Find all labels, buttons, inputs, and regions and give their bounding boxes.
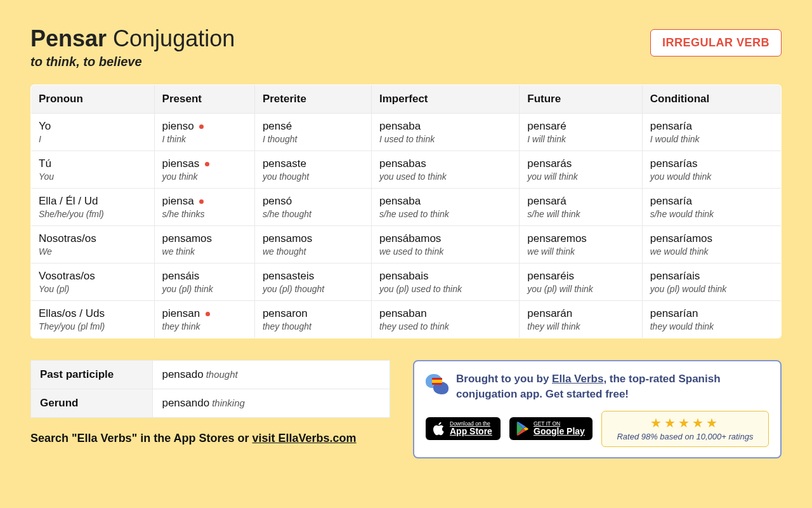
conjugation-cell: pensaba I used to think [372, 114, 520, 151]
column-header: Present [154, 85, 254, 114]
gerund-label: Gerund [31, 389, 153, 418]
promo-text: Brought to you by Ella Verbs, the top-ra… [456, 371, 769, 402]
conjugation-cell: pensamos we think [154, 226, 254, 264]
past-participle-label: Past participle [31, 361, 153, 389]
conjugation-table: PronounPresentPreteriteImperfectFutureCo… [30, 84, 782, 338]
conjugation-cell: pensaremos we will think [520, 226, 642, 264]
conjugation-cell: pienso I think [154, 114, 254, 151]
conjugation-cell: pensasteis you (pl) thought [254, 264, 371, 301]
conjugation-cell: pensarían they would think [642, 301, 781, 338]
conjugation-cell: pensaría s/he would think [642, 189, 781, 226]
irregular-dot-icon [206, 312, 210, 316]
conjugation-cell: pensó s/he thought [254, 189, 371, 226]
conjugation-cell: pensamos we thought [254, 226, 371, 264]
conjugation-cell: pensabas you used to think [372, 151, 520, 189]
irregular-dot-icon [199, 199, 204, 204]
conjugation-cell: pensaríamos we would think [642, 226, 781, 264]
verb-name: Pensar [30, 25, 107, 51]
table-row: Ella / Él / UdShe/he/you (fml)piensa s/h… [31, 189, 782, 226]
conjugation-cell: pensábamos we used to think [372, 226, 520, 264]
column-header: Imperfect [372, 85, 520, 114]
google-play-button[interactable]: GET IT ON Google Play [509, 417, 593, 440]
table-row: Nosotras/osWepensamos we thinkpensamos w… [31, 226, 782, 264]
conjugation-cell: pensaba s/he used to think [372, 189, 520, 226]
table-row: Vosotras/osYou (pl)pensáis you (pl) thin… [31, 264, 782, 301]
verb-meaning: to think, to believe [30, 55, 235, 69]
app-logo-icon [426, 371, 449, 394]
conjugation-cell: pensé I thought [254, 114, 371, 151]
conjugation-cell: piensa s/he thinks [154, 189, 254, 226]
ella-verbs-link[interactable]: Ella Verbs [552, 373, 603, 385]
google-play-icon [516, 422, 528, 436]
conjugation-cell: pensáis you (pl) think [154, 264, 254, 301]
conjugation-cell: pensaban they used to think [372, 301, 520, 338]
column-header: Pronoun [31, 85, 155, 114]
conjugation-cell: pensarán they will think [520, 301, 642, 338]
page-title: Pensar Conjugation [30, 25, 235, 52]
irregular-badge: IRREGULAR VERB [650, 29, 782, 57]
pronoun-cell: Vosotras/osYou (pl) [31, 264, 155, 301]
table-row: YoIpienso I thinkpensé I thoughtpensaba … [31, 114, 782, 151]
pronoun-cell: Ella / Él / UdShe/he/you (fml) [31, 189, 155, 226]
visit-site-link[interactable]: visit EllaVerbs.com [252, 432, 357, 444]
conjugation-cell: piensas you think [154, 151, 254, 189]
star-icons: ★★★★★ [608, 415, 762, 431]
column-header: Preterite [254, 85, 371, 114]
conjugation-cell: pensaría I would think [642, 114, 781, 151]
conjugation-cell: pensaste you thought [254, 151, 371, 189]
conjugation-cell: pensarás you will think [520, 151, 642, 189]
search-instruction: Search "Ella Verbs" in the App Stores or… [30, 432, 390, 445]
rating-text: Rated 98% based on 10,000+ ratings [608, 432, 762, 441]
table-row: TúYoupiensas you thinkpensaste you thoug… [31, 151, 782, 189]
conjugation-cell: piensan they think [154, 301, 254, 338]
pronoun-cell: TúYou [31, 151, 155, 189]
pronoun-cell: Ellas/os / UdsThey/you (pl fml) [31, 301, 155, 338]
irregular-dot-icon [199, 124, 204, 129]
conjugation-cell: pensaron they thought [254, 301, 371, 338]
conjugation-cell: pensarías you would think [642, 151, 781, 189]
promo-box: Brought to you by Ella Verbs, the top-ra… [413, 360, 782, 458]
pronoun-cell: Nosotras/osWe [31, 226, 155, 264]
conjugation-cell: pensará s/he will think [520, 189, 642, 226]
apple-icon [432, 422, 445, 436]
table-row: Ellas/os / UdsThey/you (pl fml)piensan t… [31, 301, 782, 338]
conjugation-cell: pensaríais you (pl) would think [642, 264, 781, 301]
conjugation-cell: pensaré I will think [520, 114, 642, 151]
title-suffix: Conjugation [107, 25, 235, 51]
rating-box: ★★★★★ Rated 98% based on 10,000+ ratings [601, 411, 769, 447]
conjugation-cell: pensabais you (pl) used to think [372, 264, 520, 301]
app-store-button[interactable]: Download on the App Store [426, 417, 501, 440]
irregular-dot-icon [205, 162, 209, 166]
conjugation-cell: pensaréis you (pl) will think [520, 264, 642, 301]
column-header: Future [520, 85, 642, 114]
past-participle-value: pensadothought [153, 361, 390, 389]
column-header: Conditional [642, 85, 781, 114]
gerund-value: pensandothinking [153, 389, 390, 418]
participles-table: Past participle pensadothought Gerund pe… [30, 360, 390, 418]
pronoun-cell: YoI [31, 114, 155, 151]
